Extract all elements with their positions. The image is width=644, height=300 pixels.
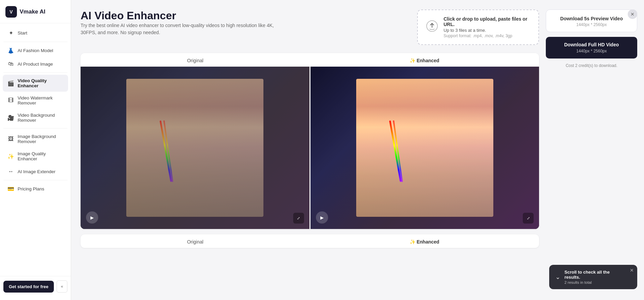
logo-text: Vmake AI — [20, 8, 45, 15]
sidebar-item-pricing-plans[interactable]: 💳 Pricing Plans — [3, 182, 68, 195]
scroll-toast-title: Scroll to check all the results. — [564, 270, 624, 280]
enhanced-label-2: ✨ Enhanced — [310, 234, 539, 248]
fashion-model-icon: 👗 — [7, 47, 14, 54]
pricing-plans-icon: 💳 — [7, 186, 14, 192]
divider-3 — [3, 128, 67, 129]
sidebar-label-image-quality-enhancer: Image Quality Enhancer — [18, 151, 63, 161]
sidebar-label-fashion-model: AI Fashion Model — [18, 48, 53, 53]
sidebar-item-fashion-model[interactable]: 👗 AI Fashion Model — [3, 44, 68, 57]
upload-area[interactable]: Click or drop to upload, paste files or … — [417, 9, 539, 45]
upload-sub-text: Up to 3 files at a time. — [444, 28, 530, 33]
download-full-button[interactable]: Download Full HD Video 1440px * 2560px — [546, 37, 637, 59]
video-portrait-enhanced-1 — [356, 79, 493, 217]
video-watermark-remover-icon: 🎞 — [7, 97, 14, 103]
divider-2 — [3, 72, 67, 73]
scroll-toast: ⌄ Scroll to check all the results. 2 res… — [549, 265, 637, 289]
divider-4 — [3, 180, 67, 180]
close-button[interactable]: ✕ — [628, 9, 637, 19]
sidebar-label-product-image: AI Product Image — [18, 62, 53, 67]
upload-text-block: Click or drop to upload, paste files or … — [444, 16, 530, 38]
sidebar-item-video-background-remover[interactable]: 🎥 Video Background Remover — [3, 109, 68, 126]
video-bg-enhanced-1 — [310, 67, 539, 229]
video-portrait-original-1 — [126, 79, 263, 217]
scroll-toast-text: Scroll to check all the results. 2 resul… — [564, 270, 624, 284]
sidebar-label-video-watermark-remover: Video Watermark Remover — [18, 95, 63, 106]
sidebar-label-pricing-plans: Pricing Plans — [18, 186, 44, 191]
expand-button-original-1[interactable]: ⤢ — [293, 213, 304, 224]
comparison-videos-1: ▶ ⤢ ▶ — [81, 67, 539, 229]
sidebar-item-video-watermark-remover[interactable]: 🎞 Video Watermark Remover — [3, 92, 68, 109]
sidebar-item-product-image[interactable]: 🛍 AI Product Image — [3, 57, 68, 70]
portrait-overlay-enhanced — [356, 79, 493, 217]
collapse-icon: « — [61, 284, 63, 289]
play-button-original-1[interactable]: ▶ — [86, 211, 98, 224]
right-panel: ✕ Download 5s Preview Video 1440px * 256… — [546, 0, 644, 300]
download-preview-card: Download 5s Preview Video 1440px * 2560p… — [546, 9, 637, 32]
comparison-row-2: Original ✨ Enhanced — [81, 234, 539, 248]
divider-1 — [3, 42, 67, 42]
sidebar-item-video-quality-enhancer[interactable]: 🎬 Video Quality Enhancer — [3, 75, 68, 92]
upload-icon — [426, 20, 438, 34]
comparison-container: Original ✨ Enhanced — [81, 53, 539, 248]
page-title: AI Video Enhancer — [81, 9, 410, 22]
logo-icon: V — [5, 6, 17, 18]
download-full-size: 1440px * 2560px — [552, 48, 631, 54]
scroll-toast-close-button[interactable]: ✕ — [630, 268, 634, 273]
download-preview-size: 1440px * 2560px — [552, 22, 631, 27]
start-icon: ✦ — [7, 30, 14, 36]
video-quality-enhancer-icon: 🎬 — [7, 80, 14, 87]
sidebar-label-video-quality-enhancer: Video Quality Enhancer — [18, 78, 63, 88]
comparison-labels-2: Original ✨ Enhanced — [81, 234, 539, 248]
sidebar-label-video-background-remover: Video Background Remover — [18, 113, 63, 123]
image-quality-enhancer-icon: ✨ — [7, 153, 14, 160]
expand-button-enhanced-1[interactable]: ⤢ — [523, 213, 534, 224]
video-background-remover-icon: 🎥 — [7, 115, 14, 121]
video-bg-original-1 — [81, 67, 309, 229]
upload-main-text: Click or drop to upload, paste files or … — [444, 16, 530, 27]
original-label-1: Original — [81, 53, 310, 67]
image-background-remover-icon: 🖼 — [7, 136, 14, 142]
upload-section: Click or drop to upload, paste files or … — [417, 9, 539, 45]
sidebar-item-image-background-remover[interactable]: 🖼 Image Background Remover — [3, 131, 68, 147]
original-label-2: Original — [81, 234, 310, 248]
get-started-button[interactable]: Get started for free — [3, 281, 54, 293]
enhanced-label-1: ✨ Enhanced — [310, 53, 539, 67]
download-preview-title: Download 5s Preview Video — [552, 16, 631, 21]
sidebar-nav: ✦ Start 👗 AI Fashion Model 🛍 AI Product … — [0, 23, 71, 276]
sidebar-item-start[interactable]: ✦ Start — [3, 26, 68, 40]
scroll-toast-icon: ⌄ — [555, 273, 560, 281]
video-panel-original-1: ▶ ⤢ — [81, 67, 309, 229]
sidebar-label-ai-image-extender: AI Image Extender — [18, 169, 56, 174]
play-button-enhanced-1[interactable]: ▶ — [316, 211, 328, 224]
sidebar-item-ai-image-extender[interactable]: ↔ AI Image Extender — [3, 165, 68, 178]
upload-format-text: Support format: .mp4, .mov, .m4v, 3gp — [444, 33, 530, 38]
content-area: AI Video Enhancer Try the best online AI… — [71, 0, 644, 300]
logo-area: V Vmake AI — [0, 0, 71, 23]
video-panel-enhanced-1: ▶ ⤢ — [309, 67, 539, 229]
collapse-sidebar-button[interactable]: « — [57, 280, 67, 293]
scroll-toast-sub: 2 results in total — [564, 280, 624, 284]
page-subtitle: Try the best online AI video enhancer to… — [81, 22, 284, 36]
comparison-labels-1: Original ✨ Enhanced — [81, 53, 539, 67]
sidebar-label-image-background-remover: Image Background Remover — [18, 134, 63, 144]
ai-image-extender-icon: ↔ — [7, 168, 14, 175]
sidebar: V Vmake AI ✦ Start 👗 AI Fashion Model 🛍 … — [0, 0, 71, 300]
product-image-icon: 🛍 — [7, 61, 14, 67]
download-full-label: Download Full HD Video — [564, 42, 619, 47]
page-header: AI Video Enhancer Try the best online AI… — [81, 9, 410, 36]
sidebar-label-start: Start — [18, 30, 27, 36]
comparison-row-1: Original ✨ Enhanced — [81, 53, 539, 229]
sidebar-footer: Get started for free « — [0, 276, 71, 295]
portrait-overlay — [126, 79, 263, 217]
header-upload-section: AI Video Enhancer Try the best online AI… — [81, 9, 539, 45]
main-scroll: AI Video Enhancer Try the best online AI… — [71, 0, 546, 300]
download-cost: Cost 2 credit(s) to download. — [546, 63, 637, 68]
sidebar-item-image-quality-enhancer[interactable]: ✨ Image Quality Enhancer — [3, 148, 68, 165]
